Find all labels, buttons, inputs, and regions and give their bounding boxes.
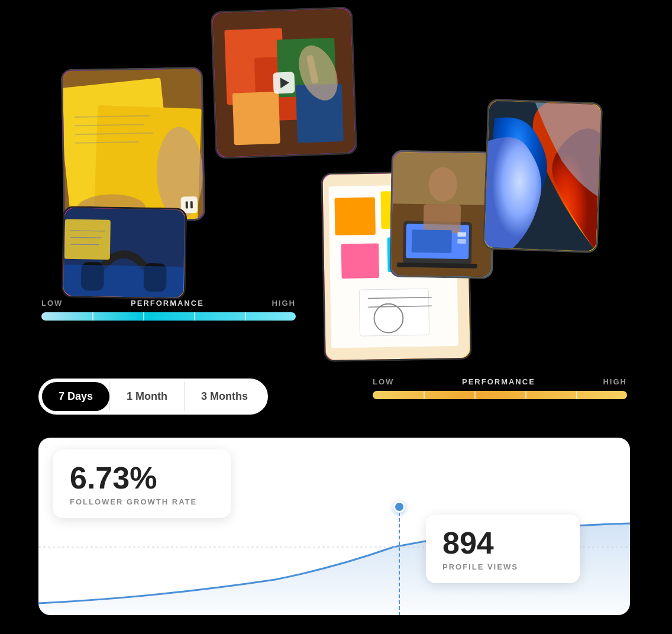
svg-rect-46 (457, 239, 466, 244)
time-filter[interactable]: 7 Days 1 Month 3 Months (38, 379, 268, 415)
svg-line-24 (70, 244, 99, 245)
growth-rate-card: 6.73% FOLLOWER GROWTH RATE (53, 449, 231, 518)
perf1-low-label: LOW (41, 299, 63, 308)
perf2-low-label: LOW (373, 377, 394, 386)
perf2-high-label: HIGH (603, 377, 627, 386)
time-btn-7days[interactable]: 7 Days (42, 382, 109, 411)
svg-rect-20 (64, 264, 184, 297)
photo-card-2[interactable] (61, 67, 206, 223)
growth-rate-label: FOLLOWER GROWTH RATE (70, 497, 214, 506)
perf1-high-label: HIGH (272, 299, 296, 308)
performance-bar-2: LOW PERFORMANCE HIGH (373, 377, 627, 399)
photo-card-5[interactable] (389, 150, 495, 279)
perf2-bar-track (373, 391, 627, 399)
time-btn-3months[interactable]: 3 Months (184, 382, 264, 411)
svg-rect-4 (232, 92, 280, 145)
play-icon[interactable] (273, 72, 295, 93)
profile-views-card: 894 PROFILE VIEWS (426, 515, 580, 583)
svg-line-22 (70, 231, 105, 231)
performance-bar-1: LOW PERFORMANCE HIGH (41, 299, 296, 321)
chart-dot (393, 501, 405, 513)
profile-views-value: 894 (442, 526, 563, 560)
profile-views-label: PROFILE VIEWS (442, 562, 563, 571)
svg-line-23 (70, 237, 102, 238)
photo-card-3[interactable] (62, 206, 188, 300)
photo-card-1[interactable] (211, 7, 358, 159)
growth-rate-value: 6.73% (70, 461, 214, 495)
perf2-mid-label: PERFORMANCE (462, 377, 535, 386)
svg-rect-43 (424, 204, 461, 233)
svg-rect-45 (457, 232, 466, 237)
svg-rect-31 (359, 289, 429, 336)
svg-rect-29 (341, 243, 379, 279)
perf1-mid-label: PERFORMANCE (131, 299, 204, 308)
perf1-bar-track (41, 312, 296, 321)
svg-rect-27 (334, 197, 375, 235)
chart-vertical-line (399, 506, 400, 615)
photo-card-6[interactable] (483, 99, 603, 254)
time-btn-1month[interactable]: 1 Month (109, 382, 184, 411)
svg-rect-44 (412, 229, 452, 253)
svg-rect-21 (64, 219, 111, 260)
